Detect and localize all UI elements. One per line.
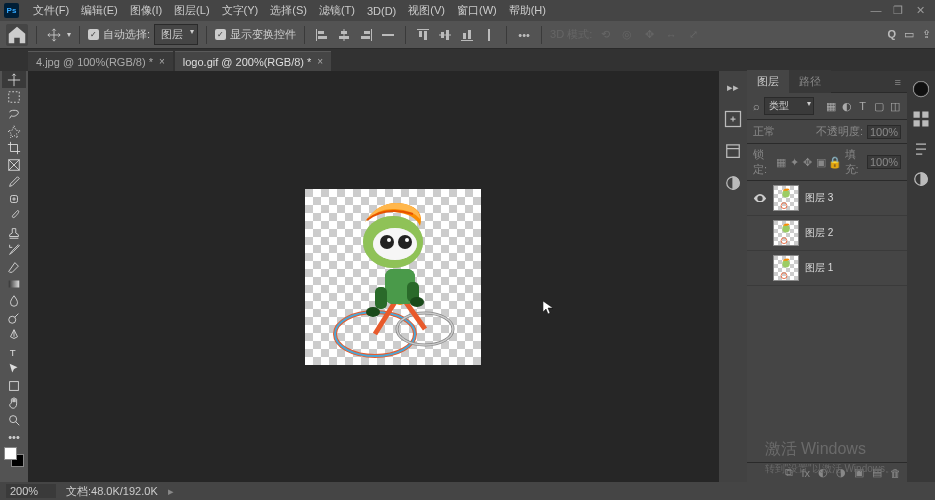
filter-shape-icon[interactable]: ▢: [872, 100, 885, 113]
menu-image[interactable]: 图像(I): [124, 1, 168, 20]
visibility-toggle[interactable]: [753, 226, 767, 240]
quick-select-tool[interactable]: [2, 122, 26, 139]
libraries-icon[interactable]: [723, 141, 743, 161]
blend-mode-dropdown[interactable]: 正常: [753, 124, 812, 139]
align-right-icon[interactable]: [357, 26, 375, 44]
shape-tool[interactable]: [2, 377, 26, 394]
menu-window[interactable]: 窗口(W): [451, 1, 503, 20]
dodge-tool[interactable]: [2, 309, 26, 326]
pen-tool[interactable]: [2, 326, 26, 343]
menu-layer[interactable]: 图层(L): [168, 1, 215, 20]
zoom-tool[interactable]: [2, 411, 26, 428]
eyedropper-tool[interactable]: [2, 173, 26, 190]
adjustments-icon[interactable]: [723, 173, 743, 193]
restore-button[interactable]: ❐: [891, 3, 905, 17]
brush-tool[interactable]: [2, 207, 26, 224]
stamp-tool[interactable]: [2, 224, 26, 241]
lock-position-icon[interactable]: ✦: [790, 157, 799, 168]
marquee-tool[interactable]: [2, 88, 26, 105]
document-info[interactable]: 文档:48.0K/192.0K: [66, 484, 158, 499]
fg-color[interactable]: [4, 447, 17, 460]
search-icon[interactable]: Q: [887, 28, 896, 41]
document-tab[interactable]: 4.jpg @ 100%(RGB/8) * ×: [28, 51, 173, 71]
adjustments-panel-icon[interactable]: [911, 169, 931, 189]
history-brush-tool[interactable]: [2, 241, 26, 258]
align-middle-v-icon[interactable]: [436, 26, 454, 44]
eraser-tool[interactable]: [2, 258, 26, 275]
tab-close-icon[interactable]: ×: [159, 56, 165, 67]
learn-icon[interactable]: [723, 109, 743, 129]
filter-type-icon[interactable]: T: [856, 100, 869, 113]
menu-3d[interactable]: 3D(D): [361, 3, 402, 19]
color-panel-icon[interactable]: [911, 79, 931, 99]
canvas-area[interactable]: [28, 71, 719, 482]
crop-tool[interactable]: [2, 139, 26, 156]
share-icon[interactable]: ⇪: [922, 28, 931, 41]
type-tool[interactable]: T: [2, 343, 26, 360]
lock-all-icon[interactable]: 🔒: [830, 157, 841, 168]
lock-pixels-icon[interactable]: ▦: [776, 157, 786, 168]
menu-filter[interactable]: 滤镜(T): [313, 1, 361, 20]
hand-tool[interactable]: [2, 394, 26, 411]
layer-name[interactable]: 图层 2: [805, 226, 833, 240]
collapse-icon[interactable]: ▸▸: [723, 77, 743, 97]
layer-name[interactable]: 图层 3: [805, 191, 833, 205]
move-tool-icon[interactable]: [45, 26, 63, 44]
auto-select-dropdown[interactable]: 图层: [154, 24, 198, 45]
distribute-icon[interactable]: [379, 26, 397, 44]
filter-smart-icon[interactable]: ◫: [888, 100, 901, 113]
menu-view[interactable]: 视图(V): [402, 1, 451, 20]
info-chevron-icon[interactable]: ▸: [168, 485, 174, 498]
visibility-toggle[interactable]: [753, 191, 767, 205]
visibility-toggle[interactable]: [753, 261, 767, 275]
document-tab[interactable]: logo.gif @ 200%(RGB/8) * ×: [175, 51, 331, 71]
tab-paths[interactable]: 路径: [789, 70, 831, 93]
color-swatches[interactable]: [4, 447, 24, 467]
gradient-tool[interactable]: [2, 275, 26, 292]
properties-panel-icon[interactable]: [911, 139, 931, 159]
fill-input[interactable]: 100%: [867, 155, 901, 169]
layer-row[interactable]: 图层 3: [747, 181, 907, 216]
filter-pixel-icon[interactable]: ▦: [824, 100, 837, 113]
workspace-icon[interactable]: ▭: [904, 28, 914, 41]
align-bottom-icon[interactable]: [458, 26, 476, 44]
menu-file[interactable]: 文件(F): [27, 1, 75, 20]
panel-menu-icon[interactable]: ≡: [889, 76, 907, 88]
artboard[interactable]: [305, 189, 481, 365]
filter-adjust-icon[interactable]: ◐: [840, 100, 853, 113]
swatches-panel-icon[interactable]: [911, 109, 931, 129]
frame-tool[interactable]: [2, 156, 26, 173]
layer-thumbnail[interactable]: [773, 185, 799, 211]
menu-select[interactable]: 选择(S): [264, 1, 313, 20]
align-top-icon[interactable]: [414, 26, 432, 44]
heal-tool[interactable]: [2, 190, 26, 207]
layer-row[interactable]: 图层 1: [747, 251, 907, 286]
edit-toolbar[interactable]: •••: [2, 428, 26, 445]
close-button[interactable]: ✕: [913, 3, 927, 17]
layer-row[interactable]: 图层 2: [747, 216, 907, 251]
layer-thumbnail[interactable]: [773, 220, 799, 246]
align-left-icon[interactable]: [313, 26, 331, 44]
show-transform-checkbox[interactable]: ✓: [215, 29, 226, 40]
layer-thumbnail[interactable]: [773, 255, 799, 281]
home-button[interactable]: [6, 24, 28, 46]
tab-close-icon[interactable]: ×: [317, 56, 323, 67]
menu-edit[interactable]: 编辑(E): [75, 1, 124, 20]
move-tool[interactable]: [2, 71, 26, 88]
lock-move-icon[interactable]: ✥: [803, 157, 812, 168]
layer-name[interactable]: 图层 1: [805, 261, 833, 275]
tab-layers[interactable]: 图层: [747, 70, 789, 93]
opacity-input[interactable]: 100%: [867, 125, 901, 139]
menu-type[interactable]: 文字(Y): [216, 1, 265, 20]
distribute-v-icon[interactable]: [480, 26, 498, 44]
auto-select-checkbox[interactable]: ✓: [88, 29, 99, 40]
minimize-button[interactable]: —: [869, 3, 883, 17]
path-select-tool[interactable]: [2, 360, 26, 377]
lock-artboard-icon[interactable]: ▣: [816, 157, 826, 168]
more-icon[interactable]: •••: [515, 26, 533, 44]
align-center-h-icon[interactable]: [335, 26, 353, 44]
menu-help[interactable]: 帮助(H): [503, 1, 552, 20]
filter-kind-dropdown[interactable]: 类型: [764, 97, 814, 115]
blur-tool[interactable]: [2, 292, 26, 309]
lasso-tool[interactable]: [2, 105, 26, 122]
